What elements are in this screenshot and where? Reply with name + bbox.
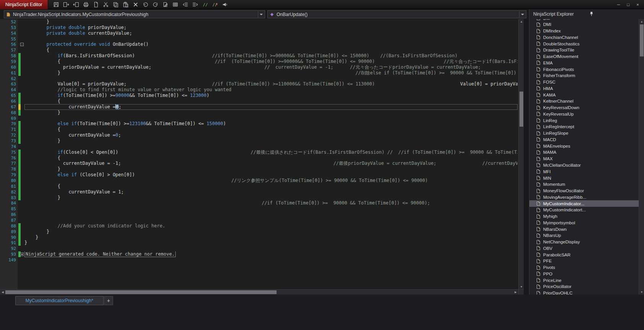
explorer-item[interactable]: NBarsDown <box>529 226 639 232</box>
pin-icon[interactable] <box>589 11 594 16</box>
editor-vertical-scrollbar[interactable] <box>518 19 524 289</box>
method-selector-dropdown[interactable]: OnBarUpdate() <box>267 10 526 18</box>
explorer-item[interactable]: PriceLine <box>529 277 639 283</box>
print-icon[interactable] <box>82 1 91 8</box>
code-line-57[interactable]: 57{ <box>0 47 518 53</box>
redo-icon[interactable] <box>151 1 160 8</box>
scroll-down-icon[interactable] <box>639 290 644 295</box>
scroll-right-icon[interactable] <box>513 290 518 295</box>
scroll-up-icon[interactable] <box>639 19 644 24</box>
code-line-68[interactable]: 68} <box>0 110 518 116</box>
code-line-85[interactable]: 85 <box>0 206 518 212</box>
code-line-54[interactable]: 54private double currentDayValue; <box>0 31 518 36</box>
code-line-59[interactable]: 59{//if (ToTime(Time[0]) >=90000&& ToTim… <box>0 59 518 64</box>
code-line-71[interactable]: 71{ <box>0 127 518 132</box>
explorer-item[interactable]: MyCustomIndicatort... <box>529 207 639 213</box>
code-line-93[interactable]: 93■NinjaScript generated code. Neither c… <box>0 251 518 257</box>
chevron-down-icon[interactable] <box>258 11 264 18</box>
explorer-item[interactable]: OBV <box>529 245 639 251</box>
explorer-item[interactable]: Momentum <box>529 181 639 188</box>
explorer-item[interactable]: DrawingToolTile <box>529 47 639 53</box>
code-line-76[interactable]: 76{ <box>0 155 518 161</box>
explorer-item[interactable]: KAMA <box>529 92 639 98</box>
explorer-item[interactable]: EaseOfMovement <box>529 53 639 60</box>
explorer-item[interactable]: FibonacciPivots <box>529 66 639 72</box>
explorer-item[interactable]: MIN <box>529 175 639 181</box>
code-line-82[interactable]: 82currentDayValue = 1; <box>0 189 518 195</box>
collapse-region-icon[interactable]: − <box>20 43 24 46</box>
code-line-60[interactable]: 60priorDayValue = currentDayValue;// cur… <box>0 64 518 70</box>
code-line-62[interactable]: 62 <box>0 76 518 82</box>
scroll-up-icon[interactable] <box>519 19 524 24</box>
uncomment-icon[interactable]: // <box>211 1 220 8</box>
cut-icon[interactable] <box>102 1 110 8</box>
comment-icon[interactable]: // <box>201 1 210 8</box>
explorer-item[interactable]: DMI <box>529 21 639 28</box>
horizontal-scroll-thumb[interactable] <box>5 290 277 294</box>
code-line-70[interactable]: 70else if(ToTime(Time[0]) >=123100&& ToT… <box>0 121 518 127</box>
explorer-item[interactable]: MoneyFlowOscillator <box>529 188 639 194</box>
tab-mycustomindicatorprevioushigh[interactable]: MyCustomIndicatorPrevioushigh* <box>15 296 104 305</box>
maximize-button[interactable]: □ <box>623 1 633 8</box>
minimize-button[interactable]: ─ <box>614 1 623 8</box>
paste-icon[interactable] <box>121 1 130 8</box>
code-line-65[interactable]: 65if(ToTime(Time[0]) >=90000&& ToTime(Ti… <box>0 93 518 98</box>
explorer-item[interactable]: McClellanOscillator <box>529 162 639 168</box>
code-line-77[interactable]: 77currentDayValue = -1;//最後priorDayValue… <box>0 161 518 166</box>
explorer-item[interactable]: FOSC <box>529 79 639 85</box>
undo-icon[interactable] <box>141 1 150 8</box>
explorer-scroll-thumb[interactable] <box>640 24 644 56</box>
outdent-icon[interactable] <box>181 1 190 8</box>
vertical-scroll-thumb[interactable] <box>519 92 523 127</box>
explorer-item[interactable]: DMIndex <box>529 28 639 34</box>
explorer-item[interactable]: ParabolicSAR <box>529 251 639 258</box>
explorer-item[interactable]: PFE <box>529 258 639 264</box>
code-line-58[interactable]: 58if(Bars.IsFirstBarOfSession)//if(ToTim… <box>0 53 518 59</box>
explorer-item[interactable]: LinRegIntercept <box>529 124 639 130</box>
code-line-66[interactable]: 66{ <box>0 98 518 104</box>
explorer-item[interactable]: NetChangeDisplay <box>529 239 639 245</box>
code-line-61[interactable]: 61}//削除else if (ToTime(Time[0]) >= 90000… <box>0 70 518 76</box>
explorer-item[interactable]: Myhigh <box>529 213 639 220</box>
code-line-79[interactable]: 79else if (Close[0] > Open[0]) <box>0 172 518 178</box>
close-icon[interactable] <box>131 1 140 8</box>
code-editor[interactable]: 52}53private double priorDayValue;54priv… <box>0 19 518 289</box>
code-line-89[interactable]: 89} <box>0 229 518 235</box>
code-line-74[interactable]: 74 <box>0 144 518 150</box>
explorer-item[interactable]: LinReg <box>529 117 639 124</box>
code-line-52[interactable]: 52} <box>0 19 518 25</box>
explorer-scrollbar[interactable] <box>639 19 644 295</box>
import-icon[interactable] <box>72 1 81 8</box>
explorer-item[interactable]: PPO <box>529 270 639 277</box>
editor-horizontal-scrollbar[interactable] <box>0 289 518 295</box>
explorer-item[interactable]: PriorDayOHLC <box>529 290 639 295</box>
code-line-91[interactable]: 91} <box>0 240 518 246</box>
code-line-55[interactable]: 55 <box>0 36 518 42</box>
explorer-item[interactable]: MyCustomIndicator... <box>529 200 639 207</box>
code-line-86[interactable]: 86 <box>0 212 518 217</box>
code-line-64[interactable]: 64//logic to find first minute value or … <box>0 87 518 93</box>
class-selector-dropdown[interactable]: NinjaTrader.NinjaScript.Indicators.MyCus… <box>4 10 265 18</box>
code-line-75[interactable]: 75if(Close[0] < Open[0])//最後に提供されたコードif(… <box>0 150 518 155</box>
explorer-item[interactable]: NBarsUp <box>529 232 639 239</box>
code-line-78[interactable]: 78} <box>0 166 518 172</box>
grid-icon[interactable] <box>171 1 180 8</box>
code-line-90[interactable]: 90} <box>0 235 518 240</box>
rename-icon[interactable] <box>161 1 170 8</box>
code-line-72[interactable]: 72currentDayValue =0; <box>0 132 518 138</box>
explorer-item[interactable]: KeyReversalUp <box>529 111 639 117</box>
explorer-item[interactable]: HMA <box>529 85 639 92</box>
scroll-down-icon[interactable] <box>519 284 524 289</box>
save-icon[interactable] <box>52 1 61 8</box>
new-tab-button[interactable]: + <box>104 296 113 305</box>
code-line-84[interactable]: 84//if (ToTime(Time[0]) >= 90000 && ToTi… <box>0 200 518 206</box>
explorer-item[interactable]: MACD <box>529 136 639 143</box>
explorer-item[interactable]: DoubleStochastics <box>529 40 639 47</box>
code-line-88[interactable]: 88//Add your custom indicator logic here… <box>0 223 518 229</box>
indent-icon[interactable] <box>191 1 200 8</box>
explorer-item[interactable]: MAEnvelopes <box>529 143 639 149</box>
code-line-63[interactable]: 63Value[0] = priorDayValue;//if (ToTime(… <box>0 81 518 87</box>
code-line-81[interactable]: 81{ <box>0 184 518 189</box>
explorer-item[interactable]: Myimportsymbol <box>529 219 639 226</box>
explorer-item[interactable]: KeyReversalDown <box>529 105 639 111</box>
